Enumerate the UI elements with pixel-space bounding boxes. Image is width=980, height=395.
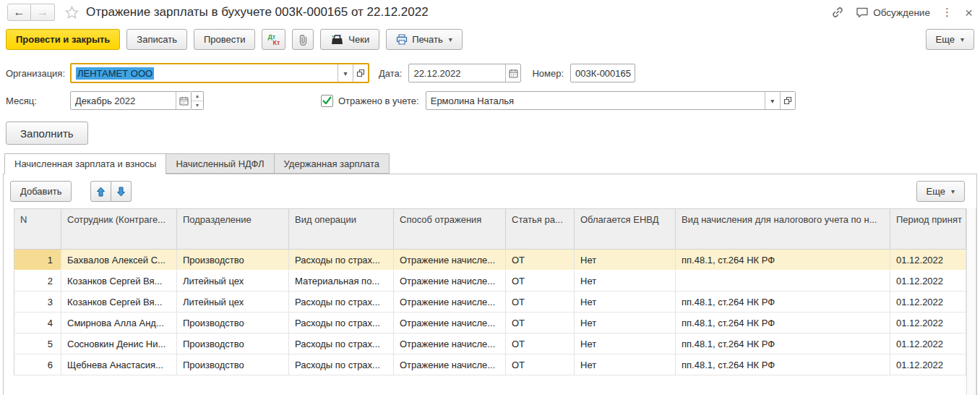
table-cell[interactable]: Козанков Сергей Вя... [61, 292, 177, 313]
column-header-2[interactable]: Подразделение [177, 209, 289, 250]
attachments-button[interactable] [292, 29, 314, 50]
table-cell[interactable]: 1 [14, 250, 61, 271]
table-cell[interactable] [676, 271, 890, 292]
organization-field[interactable]: ЛЕНТАМЕТ ООО ▾ [70, 63, 369, 83]
step-up-icon[interactable]: ▲ [192, 92, 203, 101]
reflected-dropdown-icon[interactable]: ▾ [765, 92, 780, 109]
table-row-2[interactable]: 2Козанков Сергей Вя...Литейный цехМатери… [14, 271, 966, 292]
column-header-4[interactable]: Способ отражения [394, 209, 506, 250]
table-cell[interactable]: Отражение начисле... [394, 354, 506, 375]
table-row-5[interactable]: 5Сосновкин Денис Ни...ПроизводствоРасход… [14, 334, 966, 354]
table-cell[interactable]: Литейный цех [177, 271, 289, 292]
tab-2[interactable]: Удержанная зарплата [275, 153, 390, 174]
table-cell[interactable]: Производство [177, 250, 289, 271]
table-cell[interactable]: Литейный цех [177, 292, 289, 313]
column-header-6[interactable]: Облагается ЕНВД [575, 209, 676, 250]
table-cell[interactable]: Щебнева Анастасия... [61, 354, 177, 375]
close-icon[interactable]: × [965, 6, 973, 20]
table-cell[interactable]: Отражение начисле... [394, 313, 506, 334]
table-cell[interactable]: пп.48.1, ст.264 НК РФ [676, 313, 890, 334]
table-cell[interactable]: ОТ [506, 250, 575, 271]
table-cell[interactable]: 01.12.2022 [890, 271, 966, 292]
table-row-1[interactable]: 1Бахвалов Алексей С...ПроизводствоРасход… [14, 250, 966, 271]
table-cell[interactable]: 3 [14, 292, 61, 313]
favorite-star-icon[interactable] [65, 6, 79, 19]
table-cell[interactable]: Производство [177, 313, 289, 334]
column-header-5[interactable]: Статья ра... [506, 209, 575, 250]
table-cell[interactable]: 01.12.2022 [890, 313, 966, 334]
number-field[interactable]: 003К-000165 [570, 64, 635, 82]
table-cell[interactable]: пп.48.1, ст.264 НК РФ [676, 354, 890, 375]
print-button[interactable]: Печать ▾ [386, 29, 463, 50]
vertical-scrollbar[interactable] [966, 208, 976, 395]
calendar-icon[interactable] [505, 64, 520, 82]
move-down-button[interactable] [111, 181, 132, 202]
table-row-6[interactable]: 6Щебнева Анастасия...ПроизводствоРасходы… [14, 354, 966, 375]
calendar-icon[interactable] [176, 92, 191, 109]
table-cell[interactable]: Производство [177, 334, 289, 354]
table-cell[interactable]: Смирнова Алла Анд... [61, 313, 177, 334]
grid-more-button[interactable]: Еще ▾ [916, 181, 965, 202]
date-field[interactable]: 22.12.2022 [408, 64, 521, 82]
table-cell[interactable]: Отражение начисле... [394, 250, 506, 271]
table-cell[interactable]: Нет [575, 271, 676, 292]
table-cell[interactable]: Сосновкин Денис Ни... [61, 334, 177, 354]
post-button[interactable]: Провести [194, 29, 256, 50]
move-up-button[interactable] [90, 181, 111, 202]
link-icon[interactable] [831, 6, 844, 19]
organization-open-icon[interactable] [353, 64, 368, 82]
table-row-3[interactable]: 3Козанков Сергей Вя...Литейный цехРасход… [14, 292, 966, 313]
table-cell[interactable]: Расходы по страх... [289, 313, 394, 334]
table-cell[interactable]: Нет [575, 313, 676, 334]
month-field[interactable]: Декабрь 2022 [70, 91, 192, 110]
menu-dots-icon[interactable]: ⋮ [942, 6, 953, 19]
table-cell[interactable]: 4 [14, 313, 61, 334]
column-header-3[interactable]: Вид операции [289, 209, 394, 250]
more-button[interactable]: Еще ▾ [926, 29, 974, 50]
table-cell[interactable]: пп.48.1, ст.264 НК РФ [676, 292, 890, 313]
table-cell[interactable]: Материальная по... [289, 271, 394, 292]
table-cell[interactable]: 2 [14, 271, 61, 292]
fill-button[interactable]: Заполнить [6, 122, 88, 145]
reflected-open-icon[interactable] [780, 92, 795, 109]
checks-button[interactable]: Чеки [320, 29, 379, 50]
table-cell[interactable]: Отражение начисле... [394, 271, 506, 292]
table-cell[interactable]: ОТ [506, 313, 575, 334]
column-header-8[interactable]: Период принят [890, 209, 966, 250]
table-cell[interactable]: Отражение начисле... [394, 334, 506, 354]
post-and-close-button[interactable]: Провести и закрыть [6, 29, 120, 50]
tab-0[interactable]: Начисленная зарплата и взносы [4, 153, 166, 174]
table-row-4[interactable]: 4Смирнова Алла Анд...ПроизводствоРасходы… [14, 313, 966, 334]
column-header-1[interactable]: Сотрудник (Контраге... [61, 209, 177, 250]
table-cell[interactable]: 01.12.2022 [890, 354, 966, 375]
add-row-button[interactable]: Добавить [10, 181, 72, 202]
table-cell[interactable]: Расходы по страх... [289, 334, 394, 354]
table-cell[interactable]: Расходы по страх... [289, 354, 394, 375]
dt-kt-button[interactable]: ДтКт [262, 29, 285, 50]
month-stepper[interactable]: ▲ ▼ [192, 91, 204, 110]
table-cell[interactable]: Нет [575, 334, 676, 354]
table-cell[interactable]: ОТ [506, 334, 575, 354]
table-cell[interactable]: Нет [575, 354, 676, 375]
discussion-button[interactable]: Обсуждение [856, 7, 930, 18]
column-header-0[interactable]: N [14, 209, 61, 250]
reflected-checkbox[interactable] [321, 95, 333, 107]
table-cell[interactable]: Производство [177, 354, 289, 375]
reflected-field[interactable]: Ермолина Наталья ▾ [426, 91, 796, 110]
table-cell[interactable]: 01.12.2022 [890, 250, 966, 271]
table-cell[interactable]: пп.48.1, ст.264 НК РФ [676, 250, 890, 271]
organization-dropdown-icon[interactable]: ▾ [338, 64, 353, 82]
table-cell[interactable]: ОТ [506, 354, 575, 375]
table-cell[interactable]: 5 [14, 334, 61, 354]
table-cell[interactable]: 6 [14, 354, 61, 375]
table-cell[interactable]: Козанков Сергей Вя... [61, 271, 177, 292]
table-cell[interactable]: ОТ [506, 271, 575, 292]
table-cell[interactable]: Отражение начисле... [394, 292, 506, 313]
table-cell[interactable]: ОТ [506, 292, 575, 313]
table-cell[interactable]: Расходы по страх... [289, 292, 394, 313]
table-cell[interactable]: пп.48.1, ст.264 НК РФ [676, 334, 890, 354]
back-button[interactable]: ← [7, 4, 31, 21]
step-down-icon[interactable]: ▼ [192, 101, 203, 110]
tab-1[interactable]: Начисленный НДФЛ [166, 153, 274, 174]
table-cell[interactable]: Нет [575, 250, 676, 271]
